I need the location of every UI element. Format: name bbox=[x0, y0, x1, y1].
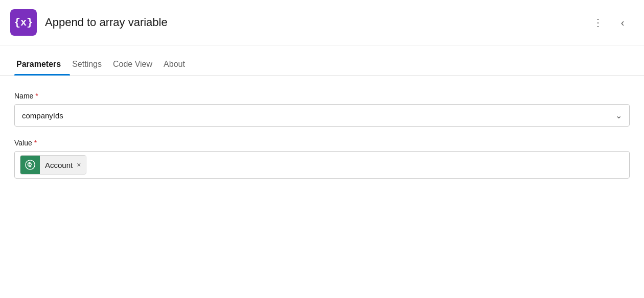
header: {x} Append to array variable ⋮ ‹ bbox=[0, 0, 644, 45]
svg-point-0 bbox=[26, 160, 35, 169]
tab-about[interactable]: About bbox=[162, 56, 194, 75]
value-field-label: Value * bbox=[14, 139, 630, 147]
tab-settings[interactable]: Settings bbox=[70, 56, 111, 75]
token-label-area: Account × bbox=[40, 155, 86, 175]
tab-code-view[interactable]: Code View bbox=[111, 56, 162, 75]
svg-point-1 bbox=[29, 163, 32, 166]
account-token: Account × bbox=[20, 155, 86, 175]
name-field-group: Name * companyIds ⌄ bbox=[14, 92, 630, 127]
tab-content: Name * companyIds ⌄ Value * bbox=[0, 76, 644, 203]
header-actions: ⋮ ‹ bbox=[589, 13, 632, 32]
token-remove-button[interactable]: × bbox=[77, 161, 81, 168]
name-dropdown-value: companyIds bbox=[22, 111, 63, 120]
tab-bar: Parameters Settings Code View About bbox=[0, 56, 644, 76]
collapse-button[interactable]: ‹ bbox=[613, 13, 632, 32]
action-icon-text: {x} bbox=[14, 17, 33, 29]
crm-icon bbox=[25, 159, 36, 170]
name-required-indicator: * bbox=[35, 92, 38, 100]
value-field-group: Value * Account bbox=[14, 139, 630, 179]
value-input-area[interactable]: Account × bbox=[14, 151, 630, 179]
token-icon bbox=[20, 155, 40, 175]
name-field-label: Name * bbox=[14, 92, 630, 100]
app-container: {x} Append to array variable ⋮ ‹ Paramet… bbox=[0, 0, 644, 298]
page-title: Append to array variable bbox=[45, 16, 168, 29]
header-left: {x} Append to array variable bbox=[10, 9, 168, 36]
token-text: Account bbox=[45, 161, 73, 169]
more-options-button[interactable]: ⋮ bbox=[589, 13, 607, 32]
value-required-indicator: * bbox=[34, 139, 37, 147]
name-dropdown[interactable]: companyIds ⌄ bbox=[14, 104, 630, 127]
more-vert-icon: ⋮ bbox=[593, 16, 603, 29]
action-icon-box: {x} bbox=[10, 9, 37, 36]
chevron-down-icon: ⌄ bbox=[615, 111, 622, 120]
tab-parameters[interactable]: Parameters bbox=[14, 56, 70, 75]
chevron-right-icon: ‹ bbox=[621, 17, 625, 29]
